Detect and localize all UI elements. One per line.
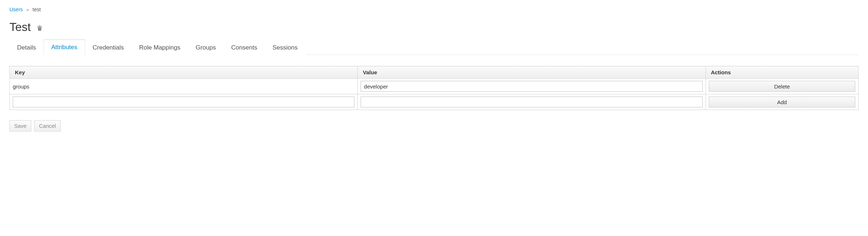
breadcrumb-separator: »	[26, 7, 29, 12]
breadcrumb-root-link[interactable]: Users	[9, 7, 23, 12]
key-input[interactable]	[13, 97, 354, 107]
breadcrumb: Users » test	[9, 7, 859, 12]
key-cell: groups	[10, 79, 358, 94]
value-input[interactable]	[361, 81, 702, 92]
tabs: DetailsAttributesCredentialsRole Mapping…	[9, 39, 859, 55]
table-row: groupsDelete	[10, 79, 859, 94]
tab-sessions[interactable]: Sessions	[265, 40, 305, 55]
col-header-key: Key	[10, 66, 358, 79]
tab-consents[interactable]: Consents	[224, 40, 265, 55]
trash-icon[interactable]	[36, 24, 43, 32]
cancel-button[interactable]: Cancel	[34, 120, 61, 131]
breadcrumb-current: test	[33, 7, 41, 12]
attributes-table: Key Value Actions groupsDeleteAdd	[9, 66, 859, 110]
delete-button[interactable]: Delete	[709, 81, 855, 92]
table-row: Add	[10, 94, 859, 110]
tab-role-mappings[interactable]: Role Mappings	[132, 40, 188, 55]
value-input[interactable]	[361, 97, 702, 107]
page-title: Test	[9, 20, 31, 34]
tab-details[interactable]: Details	[9, 40, 44, 55]
col-header-value: Value	[358, 66, 706, 79]
tab-attributes[interactable]: Attributes	[44, 39, 85, 55]
save-button[interactable]: Save	[9, 120, 31, 131]
col-header-actions: Actions	[706, 66, 858, 79]
tab-groups[interactable]: Groups	[188, 40, 224, 55]
tab-credentials[interactable]: Credentials	[85, 40, 132, 55]
add-button[interactable]: Add	[709, 97, 855, 107]
